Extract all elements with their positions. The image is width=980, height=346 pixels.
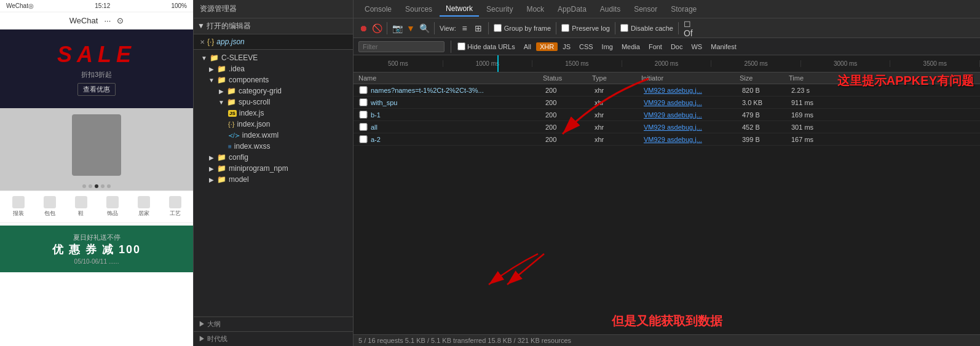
filter-media[interactable]: Media <box>618 42 644 51</box>
tree-idea-folder[interactable]: ▶ 📁 .idea <box>194 63 353 74</box>
category-craft[interactable]: 工艺 <box>169 196 181 218</box>
disable-cache-checkbox[interactable] <box>620 24 628 32</box>
stop-recording-button[interactable]: 🚫 <box>372 23 382 33</box>
row-checkbox-4[interactable] <box>358 123 368 131</box>
filter-input[interactable] <box>358 41 445 52</box>
category-clothing[interactable]: 报装 <box>12 196 25 218</box>
filter-xhr[interactable]: XHR <box>536 42 558 51</box>
tab-network[interactable]: Network <box>440 2 479 17</box>
network-row-1[interactable]: names?names=t-1%2Ct-2%2Ct-3%... 200 xhr … <box>354 84 980 96</box>
tree-index-js[interactable]: JS index.js <box>194 108 353 119</box>
row-status-2: 200 <box>545 99 595 106</box>
timeline-section[interactable]: ▶ 时代线 <box>194 331 353 346</box>
tree-model-folder[interactable]: ▶ 📁 model <box>194 174 353 185</box>
filter-ws[interactable]: WS <box>687 42 706 51</box>
outline-section[interactable]: ▶ 大纲 <box>194 317 353 331</box>
tab-appdata[interactable]: AppData <box>551 2 593 16</box>
list-view-icon[interactable]: ≡ <box>460 23 470 33</box>
row-checkbox-2[interactable] <box>358 98 368 106</box>
filter-css[interactable]: CSS <box>575 42 597 51</box>
open-filename: app.json <box>216 37 244 46</box>
filetree-header: 资源管理器 <box>194 0 353 18</box>
model-label: model <box>229 175 249 184</box>
more-icon[interactable]: ··· <box>104 16 111 25</box>
category-grid-label: category-grid <box>239 87 282 95</box>
category-shoes[interactable]: 鞋 <box>75 196 87 218</box>
tab-sources[interactable]: Sources <box>399 2 438 16</box>
record-button[interactable]: ⏺ <box>358 23 368 33</box>
tab-sensor[interactable]: Sensor <box>628 2 663 16</box>
view-label: View: <box>440 25 456 32</box>
plain-folder-icon: 📁 <box>217 65 226 73</box>
product-thumbnail <box>72 114 121 176</box>
tab-mock[interactable]: Mock <box>520 2 550 16</box>
filter-js[interactable]: JS <box>559 42 574 51</box>
close-tab-icon[interactable]: ✕ <box>200 39 205 45</box>
expand-arrow-icon: ▼ <box>208 77 215 84</box>
tree-root-csleeve[interactable]: ▼ 📁 C-SLEEVE <box>194 52 353 63</box>
search-icon[interactable]: ⊙ <box>117 16 124 25</box>
index-wxml-label: index.wxml <box>242 131 279 140</box>
filter-font[interactable]: Font <box>645 42 666 51</box>
bottom-status-bar: 5 / 16 requests 5.1 KB / 5.1 KB transfer… <box>354 334 980 346</box>
network-row-4[interactable]: all 200 xhr VM929 asdebug.j... 452 B 301… <box>354 121 980 133</box>
tree-miniprogram-npm-folder[interactable]: ▶ 📁 miniprogram_npm <box>194 163 353 174</box>
table-rows: names?names=t-1%2Ct-2%2Ct-3%... 200 xhr … <box>354 84 980 308</box>
view-btn[interactable]: 查看优惠 <box>77 83 116 96</box>
carousel-dots <box>0 182 193 191</box>
grid-view-icon[interactable]: ⊞ <box>473 23 483 33</box>
preserve-log-checkbox[interactable] <box>561 24 569 32</box>
mobile-status-bar: WeChat◎ 15:12 100% <box>0 0 193 12</box>
row-checkbox-3[interactable] <box>358 111 368 119</box>
disable-cache-checkbox-label[interactable]: Disable cache <box>620 24 673 32</box>
tree-config-folder[interactable]: ▶ 📁 config <box>194 152 353 163</box>
filter-doc[interactable]: Doc <box>667 42 687 51</box>
plain-folder-icon: 📁 <box>227 98 236 106</box>
open-file-tab[interactable]: ✕ {·} app.json <box>194 34 353 50</box>
tree-spu-scroll-folder[interactable]: ▼ 📁 spu-scroll <box>194 96 353 108</box>
clothing-icon <box>12 196 25 208</box>
camera-icon[interactable]: 📷 <box>392 23 402 33</box>
network-row-3[interactable]: b-1 200 xhr VM929 asdebug.j... 479 B 169… <box>354 109 980 121</box>
row-checkbox-1[interactable] <box>358 86 368 94</box>
tree-components-folder[interactable]: ▼ 📁 components <box>194 74 353 85</box>
row-initiator-5[interactable]: VM929 asdebug.j... <box>644 136 742 143</box>
hide-data-urls-checkbox[interactable] <box>457 42 465 50</box>
row-checkbox-5[interactable] <box>358 135 368 143</box>
row-initiator-3[interactable]: VM929 asdebug.j... <box>644 111 742 119</box>
filter-manifest[interactable]: Manifest <box>707 42 740 51</box>
tree-index-wxss[interactable]: ≡ index.wxss <box>194 141 353 152</box>
group-by-frame-checkbox[interactable] <box>494 24 502 32</box>
tab-console[interactable]: Console <box>358 2 398 16</box>
js-file-icon: JS <box>228 110 237 117</box>
open-editors-section[interactable]: ▼ 打开的编辑器 <box>194 18 353 34</box>
tree-category-grid-folder[interactable]: ▶ 📁 category-grid <box>194 85 353 96</box>
tree-index-wxml[interactable]: ≺/≻ index.wxml <box>194 130 353 141</box>
filter-all[interactable]: All <box>520 42 535 51</box>
group-by-frame-checkbox-label[interactable]: Group by frame <box>494 24 551 32</box>
tab-audits[interactable]: Audits <box>594 2 626 16</box>
dot-2 <box>89 184 92 188</box>
json-brace-icon: {·} <box>207 37 214 46</box>
app-name: WeChat◎ <box>6 2 34 9</box>
preserve-log-checkbox-label[interactable]: Preserve log <box>561 24 610 32</box>
tree-index-json[interactable]: {·} index.json <box>194 119 353 130</box>
category-bag[interactable]: 包包 <box>44 196 56 218</box>
category-home[interactable]: 居家 <box>138 196 150 218</box>
filter-icon[interactable]: ▼ <box>406 23 416 33</box>
tab-security[interactable]: Security <box>480 2 519 16</box>
network-row-5[interactable]: a-2 200 xhr VM929 asdebug.j... 399 B 167… <box>354 133 980 146</box>
offline-dropdown-icon[interactable]: ◻ Of <box>684 23 694 33</box>
shoes-icon <box>75 196 87 208</box>
row-initiator-1[interactable]: VM929 asdebug.j... <box>644 87 742 94</box>
miniprogram-npm-label: miniprogram_npm <box>229 164 288 173</box>
hide-data-urls-label[interactable]: Hide data URLs <box>457 42 515 50</box>
row-initiator-2[interactable]: VM929 asdebug.j... <box>644 99 742 106</box>
file-tree: ▼ 📁 C-SLEEVE ▶ 📁 .idea ▼ 📁 components ▶ … <box>194 50 353 317</box>
filter-img[interactable]: Img <box>598 42 617 51</box>
tab-storage[interactable]: Storage <box>665 2 703 16</box>
row-initiator-4[interactable]: VM929 asdebug.j... <box>644 124 742 131</box>
search-icon[interactable]: 🔍 <box>419 23 429 33</box>
network-row-2[interactable]: with_spu 200 xhr VM929 asdebug.j... 3.0 … <box>354 96 980 109</box>
category-accessories[interactable]: 饰品 <box>106 196 119 218</box>
